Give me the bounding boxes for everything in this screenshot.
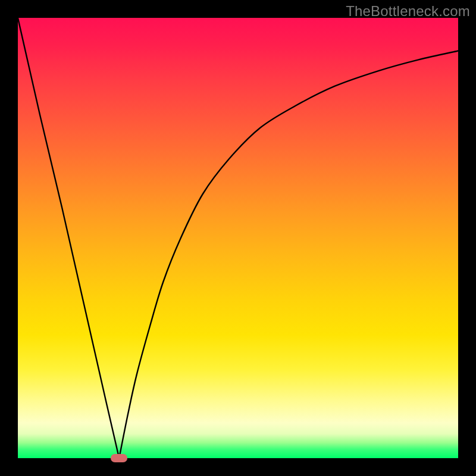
minimum-marker — [111, 454, 127, 462]
curve-left-segment — [18, 18, 119, 458]
watermark-text: TheBottleneck.com — [346, 3, 470, 20]
plot-area — [18, 18, 458, 458]
curve-svg — [18, 18, 458, 458]
curve-right-segment — [119, 51, 458, 459]
chart-frame: TheBottleneck.com — [0, 0, 476, 476]
